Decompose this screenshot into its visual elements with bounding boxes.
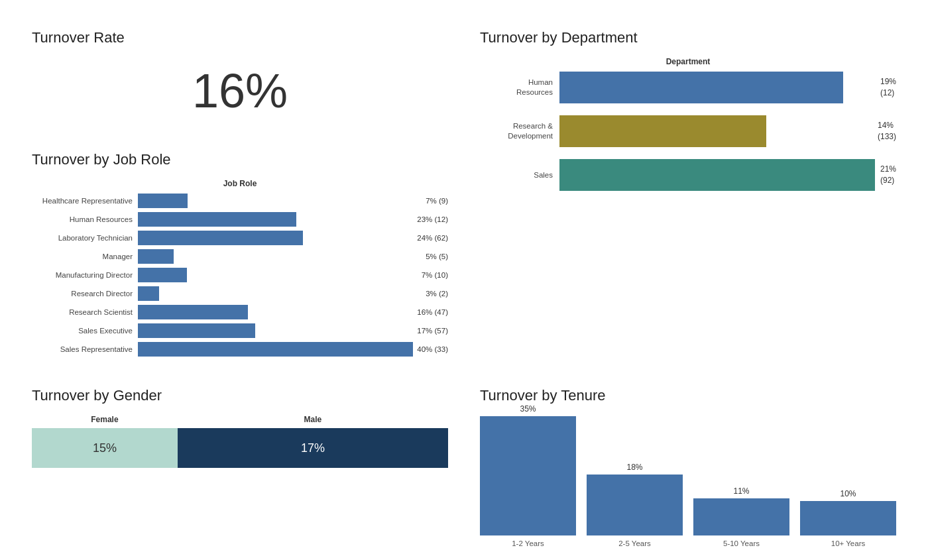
gender-panel: Turnover by Gender FemaleMale 15%17%: [16, 374, 464, 560]
tenure-x-label: 2-5 Years: [618, 539, 651, 547]
jobrole-bar-track: [138, 212, 413, 227]
dept-bar-fill: [559, 115, 766, 147]
tenure-pct-label: 18%: [626, 463, 642, 472]
jobrole-bar-label: Human Resources: [32, 215, 138, 225]
tenure-pct-label: 10%: [840, 489, 856, 498]
gender-segment: 17%: [178, 428, 448, 468]
jobrole-bar-value: 23% (12): [413, 215, 448, 223]
jobrole-bar-track: [138, 249, 422, 264]
gender-label: Female: [32, 415, 178, 424]
gender-label: Male: [178, 415, 448, 424]
jobrole-bar-row: Research Director3% (2): [32, 286, 448, 301]
jobrole-bar-value: 5% (5): [422, 252, 448, 260]
jobrole-bar-row: Manager5% (5): [32, 249, 448, 264]
dept-bar-label: Sales: [480, 170, 559, 180]
jobrole-bar-label: Sales Representative: [32, 345, 138, 355]
jobrole-bar-row: Manufacturing Director7% (10): [32, 268, 448, 282]
jobrole-bar-row: Sales Executive17% (57): [32, 323, 448, 338]
jobrole-bar-track: [138, 194, 422, 208]
gender-segment: 15%: [32, 428, 178, 468]
jobrole-bar-label: Research Scientist: [32, 308, 138, 317]
dept-bar-row: Sales21% (92): [480, 159, 896, 191]
jobrole-bar-value: 3% (2): [422, 290, 448, 298]
tenure-pct-label: 11%: [733, 486, 749, 496]
dept-bar-row: Human Resources19% (12): [480, 72, 896, 103]
jobrole-bar-label: Manufacturing Director: [32, 270, 138, 280]
jobrole-bar-fill: [138, 231, 303, 245]
jobrole-title: Turnover by Job Role: [32, 151, 448, 168]
gender-bar-container: 15%17%: [32, 428, 448, 468]
jobrole-bar-track: [138, 323, 413, 338]
jobrole-bar-value: 17% (57): [413, 327, 448, 335]
tenure-col: 35%1-2 Years: [480, 404, 576, 547]
turnover-rate-title: Turnover Rate: [32, 29, 125, 46]
jobrole-bar-label: Research Director: [32, 289, 138, 299]
jobrole-bar-track: [138, 268, 418, 282]
jobrole-bar-label: Healthcare Representative: [32, 196, 138, 206]
dept-bar-value: 19% (12): [875, 76, 896, 99]
dept-bar-section: Research & Development14% (133): [480, 115, 896, 147]
jobrole-bar-fill: [138, 342, 413, 357]
dept-bars-container: Human Resources19% (12)Research & Develo…: [480, 72, 896, 191]
jobrole-bar-track: [138, 231, 413, 245]
jobrole-bar-row: Healthcare Representative7% (9): [32, 194, 448, 208]
jobrole-bar-value: 24% (62): [413, 234, 448, 242]
dept-bar-value: 21% (92): [875, 164, 896, 186]
tenure-bar: [800, 501, 896, 535]
jobrole-bar-track: [138, 286, 422, 301]
jobrole-bar-value: 7% (9): [422, 197, 448, 205]
jobrole-bar-fill: [138, 268, 187, 282]
jobrole-bar-fill: [138, 323, 255, 338]
dashboard: Turnover Rate 16% Turnover by Department…: [16, 16, 912, 560]
dept-bar-track: [559, 72, 875, 103]
tenure-col: 18%2-5 Years: [587, 463, 683, 547]
jobrole-bar-value: 40% (33): [413, 345, 448, 353]
jobrole-bar-fill: [138, 249, 174, 264]
jobrole-bar-value: 16% (47): [413, 308, 448, 316]
jobrole-bar-label: Laboratory Technician: [32, 233, 138, 243]
dept-bar-label: Human Resources: [480, 78, 559, 97]
dept-bar-track: [559, 115, 872, 147]
turnover-rate-value: 16%: [32, 64, 448, 118]
gender-labels-row: FemaleMale: [32, 415, 448, 424]
jobrole-bar-row: Laboratory Technician24% (62): [32, 231, 448, 245]
tenure-bar: [480, 416, 576, 535]
jobrole-bar-label: Manager: [32, 252, 138, 262]
jobrole-panel: Turnover by Job Role Job Role Healthcare…: [16, 138, 464, 374]
turnover-dept-title: Turnover by Department: [480, 29, 896, 46]
tenure-pct-label: 35%: [520, 404, 536, 414]
jobrole-bar-fill: [138, 212, 296, 227]
gender-chart: FemaleMale 15%17%: [32, 415, 448, 468]
jobrole-bar-row: Sales Representative40% (33): [32, 342, 448, 357]
dept-bar-fill: [559, 72, 843, 103]
jobrole-bar-fill: [138, 286, 159, 301]
tenure-col: 10%10+ Years: [800, 489, 896, 547]
jobrole-axis-label: Job Role: [32, 179, 448, 188]
tenure-panel: Turnover by Tenure 35%1-2 Years18%2-5 Ye…: [464, 374, 912, 560]
tenure-bar: [587, 475, 683, 535]
jobrole-bar-row: Human Resources23% (12): [32, 212, 448, 227]
tenure-x-label: 5-10 Years: [723, 539, 760, 547]
tenure-bar: [693, 498, 789, 535]
dept-bar-fill: [559, 159, 875, 191]
jobrole-bar-fill: [138, 194, 188, 208]
gender-title: Turnover by Gender: [32, 387, 448, 404]
jobrole-bars-container: Healthcare Representative7% (9)Human Res…: [32, 194, 448, 357]
tenure-title: Turnover by Tenure: [480, 387, 896, 404]
jobrole-bar-value: 7% (10): [418, 271, 448, 279]
dept-bar-track: [559, 159, 875, 191]
jobrole-bar-track: [138, 342, 413, 357]
dept-bar-value: 14% (133): [872, 120, 896, 142]
turnover-dept-panel: Turnover by Department Department Human …: [464, 16, 912, 374]
tenure-chart: 35%1-2 Years18%2-5 Years11%5-10 Years10%…: [480, 415, 896, 547]
tenure-x-label: 10+ Years: [831, 539, 865, 547]
jobrole-bar-row: Research Scientist16% (47): [32, 305, 448, 319]
dept-axis-label: Department: [480, 57, 896, 66]
tenure-col: 11%5-10 Years: [693, 486, 789, 547]
dept-bar-label: Research & Development: [480, 121, 559, 141]
jobrole-bar-track: [138, 305, 413, 319]
turnover-rate-panel: Turnover Rate 16%: [16, 16, 464, 138]
dept-bar-section: Human Resources19% (12): [480, 72, 896, 103]
tenure-x-label: 1-2 Years: [512, 539, 544, 547]
jobrole-bar-fill: [138, 305, 248, 319]
